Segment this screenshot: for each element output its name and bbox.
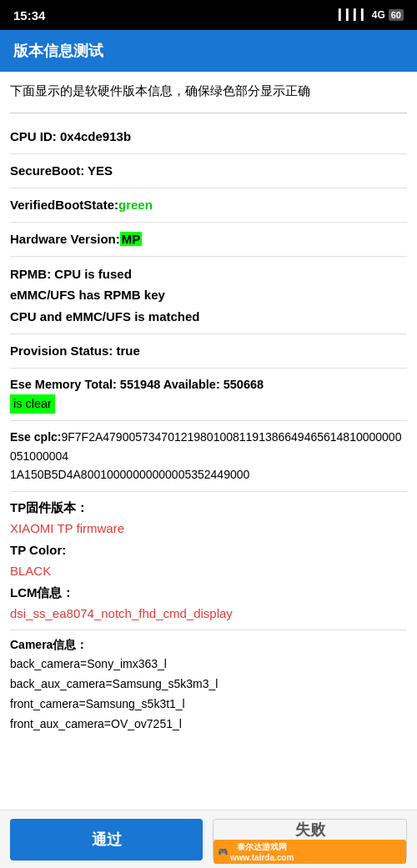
ese-memory-text: Ese Memory Total: 551948 Available: 5506… (10, 378, 264, 391)
fail-button[interactable]: 失败 🎮 泰尔达游戏网www.tairda.com (213, 819, 407, 860)
camera-block: Camera信息： back_camera=Sony_imx363_l back… (10, 630, 407, 740)
tp-color-value: BLACK (10, 564, 51, 578)
hardware-version-label: Hardware Version: (10, 232, 120, 246)
secure-boot-row: SecureBoot: YES (10, 154, 407, 188)
rpmb-block: RPMB: CPU is fused eMMC/UFS has RPMB key… (10, 257, 407, 335)
provision-status-row: Provision Status: true (10, 334, 407, 369)
intro-text: 下面显示的是软硬件版本信息，确保绿色部分显示正确 (10, 82, 407, 101)
status-bar: 15:34 ▎▎▎▎ 4G 60 (0, 0, 417, 30)
secure-boot-text: SecureBoot: YES (10, 163, 113, 178)
title-bar: 版本信息测试 (0, 30, 417, 72)
ese-cplc-label: Ese cplc: (10, 430, 61, 444)
content-area: 下面显示的是软硬件版本信息，确保绿色部分显示正确 CPU ID: 0x4cde9… (0, 72, 417, 740)
verified-boot-row: VerifiedBootState:green (10, 188, 407, 223)
ese-memory-block: Ese Memory Total: 551948 Available: 5506… (10, 369, 407, 421)
battery-indicator: 60 (389, 9, 404, 21)
rpmb-line2: eMMC/UFS has RPMB key (10, 288, 165, 302)
watermark: 🎮 泰尔达游戏网www.tairda.com (214, 840, 406, 864)
status-icons: ▎▎▎▎ 4G 60 (339, 9, 404, 21)
lcm-label: LCM信息： (10, 585, 75, 600)
is-clear-text: is clear (10, 394, 55, 414)
tp-firmware-label: TP固件版本： (10, 500, 88, 514)
status-time: 15:34 (13, 8, 45, 23)
camera-front-aux: front_aux_camera=OV_ov7251_l (10, 717, 182, 730)
tp-color-label: TP Color: (10, 543, 66, 557)
ese-cplc-block: Ese cplc:9F7F2A4790057347012198010081191… (10, 421, 407, 491)
pass-button[interactable]: 通过 (10, 819, 203, 860)
rpmb-line1: RPMB: CPU is fused (10, 267, 132, 281)
rpmb-line3: CPU and eMMC/UFS is matched (10, 309, 200, 324)
camera-label: Camera信息： (10, 638, 88, 651)
verified-boot-label: VerifiedBootState: (10, 198, 118, 212)
ese-cplc-value: 9F7F2A4790057347012198010081191386649465… (10, 430, 401, 481)
provision-status-text: Provision Status: true (10, 344, 140, 358)
cpu-id-row: CPU ID: 0x4cde913b (10, 120, 407, 154)
watermark-icon: 🎮 (218, 847, 228, 856)
page-content: 下面显示的是软硬件版本信息，确保绿色部分显示正确 CPU ID: 0x4cde9… (0, 72, 417, 806)
app-title: 版本信息测试 (13, 41, 103, 61)
tp-block: TP固件版本： XIAOMI TP firmware TP Color: BLA… (10, 492, 407, 630)
camera-back-aux: back_aux_camera=Samsung_s5k3m3_l (10, 677, 218, 690)
hardware-version-row: Hardware Version:MP (10, 223, 407, 257)
signal-icon: ▎▎▎▎ (339, 9, 369, 21)
bottom-bar: 通过 失败 🎮 泰尔达游戏网www.tairda.com (0, 810, 417, 868)
divider-1 (10, 113, 407, 113)
network-type: 4G (372, 9, 385, 21)
verified-boot-value: green (118, 198, 153, 212)
battery-level: 60 (391, 10, 401, 20)
camera-back: back_camera=Sony_imx363_l (10, 657, 167, 670)
hardware-version-value: MP (120, 232, 143, 246)
fail-label: 失败 (295, 821, 325, 838)
watermark-text: 泰尔达游戏网www.tairda.com (230, 841, 294, 862)
camera-front: front_camera=Samsung_s5k3t1_l (10, 697, 185, 710)
cpu-id-text: CPU ID: 0x4cde913b (10, 129, 131, 143)
lcm-value: dsi_ss_ea8074_notch_fhd_cmd_display (10, 606, 233, 620)
tp-firmware-value: XIAOMI TP firmware (10, 521, 124, 535)
